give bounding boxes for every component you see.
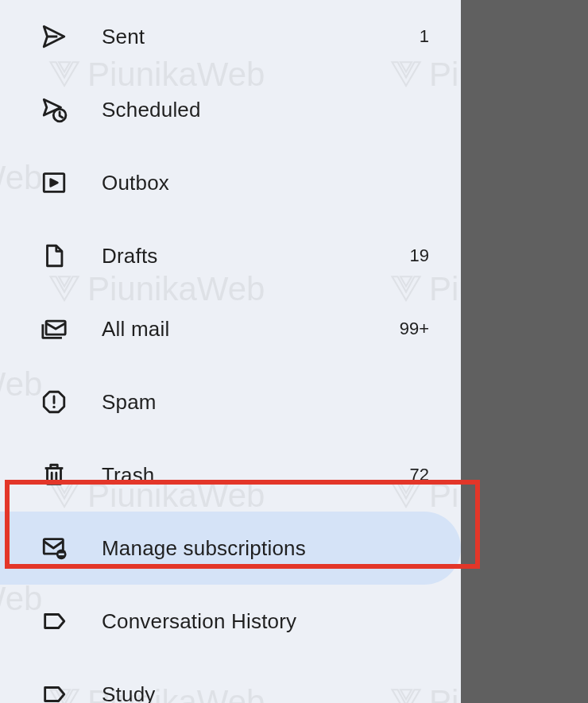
nav-count: 72 bbox=[410, 465, 429, 485]
nav-label: Manage subscriptions bbox=[102, 536, 429, 561]
nav-item-manage-subscriptions[interactable]: Manage subscriptions bbox=[0, 512, 461, 585]
nav-label: Trash bbox=[102, 463, 410, 488]
nav-label: Conversation History bbox=[102, 609, 429, 634]
nav-label: Outbox bbox=[102, 171, 429, 195]
spam-icon bbox=[38, 386, 70, 418]
manage-subscriptions-icon bbox=[38, 532, 70, 564]
nav-item-scheduled[interactable]: Scheduled bbox=[0, 73, 461, 146]
label-icon bbox=[38, 678, 70, 703]
trash-icon bbox=[38, 459, 70, 491]
nav-item-study[interactable]: Study bbox=[0, 658, 461, 703]
send-icon bbox=[38, 21, 70, 52]
nav-label: Study bbox=[102, 682, 429, 704]
nav-item-trash[interactable]: Trash 72 bbox=[0, 438, 461, 512]
nav-label: Drafts bbox=[102, 244, 410, 268]
nav-item-all-mail[interactable]: All mail 99+ bbox=[0, 292, 461, 365]
label-icon bbox=[38, 605, 70, 637]
nav-item-sent[interactable]: Sent 1 bbox=[0, 0, 461, 73]
nav-label: Spam bbox=[102, 390, 429, 415]
drafts-icon bbox=[38, 240, 70, 272]
all-mail-icon bbox=[38, 313, 70, 345]
nav-label: Sent bbox=[102, 25, 420, 49]
gmail-sidebar: PiunikaWeb PiunikaWeb PiunikaWeb Piunika… bbox=[0, 0, 461, 703]
outbox-icon bbox=[38, 167, 70, 199]
nav-item-conversation-history[interactable]: Conversation History bbox=[0, 585, 461, 658]
nav-label: All mail bbox=[102, 317, 400, 342]
nav-count: 1 bbox=[420, 26, 429, 47]
scheduled-icon bbox=[38, 94, 70, 126]
nav-count: 99+ bbox=[400, 319, 429, 339]
nav-item-spam[interactable]: Spam bbox=[0, 365, 461, 438]
nav-count: 19 bbox=[410, 245, 429, 266]
svg-point-3 bbox=[52, 406, 55, 408]
nav-label: Scheduled bbox=[102, 98, 429, 122]
nav-item-outbox[interactable]: Outbox bbox=[0, 146, 461, 219]
nav-list: Sent 1 Scheduled Outbox Drafts 19 bbox=[0, 0, 461, 703]
nav-item-drafts[interactable]: Drafts 19 bbox=[0, 219, 461, 292]
